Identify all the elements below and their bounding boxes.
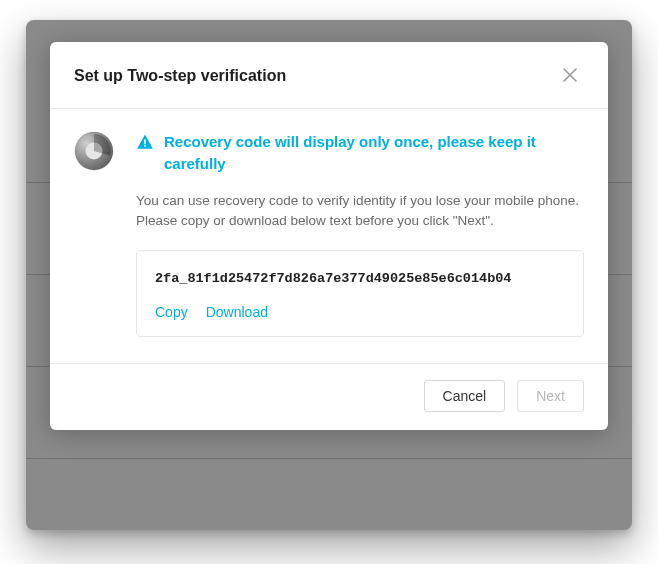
modal-body: Recovery code will display only once, pl…: [50, 109, 608, 363]
close-button[interactable]: [556, 62, 584, 90]
modal-title: Set up Two-step verification: [74, 67, 286, 85]
two-step-verification-modal: Set up Two-step verification: [50, 42, 608, 430]
background-divider: [26, 458, 632, 459]
next-button[interactable]: Next: [517, 380, 584, 412]
modal-content: Recovery code will display only once, pl…: [136, 131, 584, 337]
modal-footer: Cancel Next: [50, 363, 608, 430]
description-line-2: Please copy or download below text befor…: [136, 213, 494, 228]
recovery-code-panel: 2fa_81f1d25472f7d826a7e377d49025e85e6c01…: [136, 250, 584, 336]
warning-triangle-icon: [136, 133, 154, 151]
recovery-description: You can use recovery code to verify iden…: [136, 191, 584, 233]
code-actions: Copy Download: [155, 304, 565, 320]
headline-text: Recovery code will display only once, pl…: [164, 131, 584, 175]
download-button[interactable]: Download: [206, 304, 268, 320]
description-line-1: You can use recovery code to verify iden…: [136, 193, 579, 208]
authenticator-app-icon: [74, 131, 114, 171]
copy-button[interactable]: Copy: [155, 304, 188, 320]
svg-rect-6: [144, 145, 146, 147]
cancel-button[interactable]: Cancel: [424, 380, 506, 412]
svg-rect-5: [144, 139, 146, 144]
close-icon: [563, 68, 577, 85]
modal-header: Set up Two-step verification: [50, 42, 608, 109]
recovery-warning-headline: Recovery code will display only once, pl…: [136, 131, 584, 175]
recovery-code-text: 2fa_81f1d25472f7d826a7e377d49025e85e6c01…: [155, 269, 565, 289]
